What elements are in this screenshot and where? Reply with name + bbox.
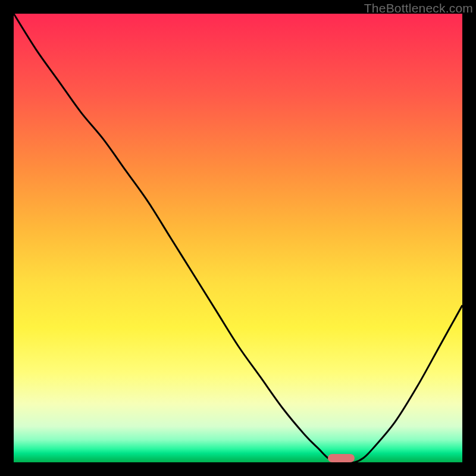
optimum-marker — [328, 454, 355, 462]
watermark-text: TheBottleneck.com — [364, 1, 473, 15]
chart-plot-area — [14, 14, 462, 462]
